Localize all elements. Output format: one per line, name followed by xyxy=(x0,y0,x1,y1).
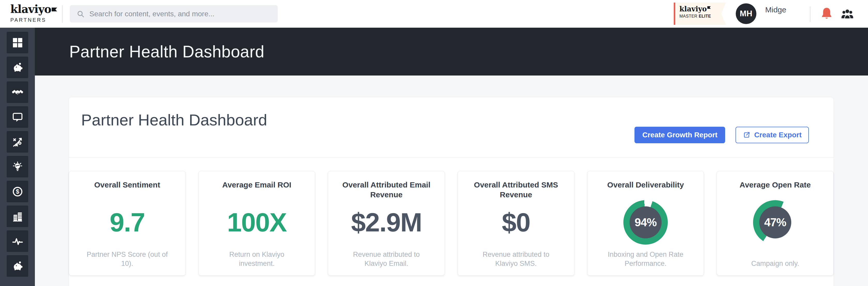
lightbulb-icon xyxy=(11,161,24,173)
metric-value: 9.7 xyxy=(69,207,185,238)
sidebar-item-ideas[interactable] xyxy=(7,156,28,177)
dashboard-title: Partner Health Dashboard xyxy=(81,111,267,129)
dashboard-hero: Partner Health Dashboard Create Growth R… xyxy=(69,97,834,158)
handshake-icon xyxy=(11,86,24,98)
master-elite-badge: klaviyo MASTER ELITE xyxy=(674,3,726,25)
donut-percent-label: 94% xyxy=(629,206,661,238)
topbar-divider-2 xyxy=(810,6,810,22)
metric-cards-row: Overall Sentiment 9.7 Partner NPS Score … xyxy=(69,171,834,276)
activity-pulse-icon xyxy=(11,235,24,247)
community-people-icon[interactable] xyxy=(840,7,855,21)
metric-card-attributed-email-revenue: Overall Attributed Email Revenue $2.9M R… xyxy=(328,171,445,276)
piggy-bank-icon xyxy=(11,260,24,272)
metric-card-overall-deliverability: Overall Deliverability 94% Inboxing and … xyxy=(587,171,704,276)
badge-accent-bar xyxy=(674,3,675,25)
notifications-bell-icon[interactable] xyxy=(819,6,834,22)
sidebar-item-accounts[interactable] xyxy=(7,206,28,227)
content-panel: Partner Health Dashboard Create Growth R… xyxy=(68,97,834,286)
metric-description: Campaign only. xyxy=(717,259,833,268)
metric-title: Overall Deliverability xyxy=(587,180,704,190)
partner-health-dashboard-page: klaviyo PARTNERS Search for content, eve… xyxy=(0,0,868,286)
metric-title: Overall Sentiment xyxy=(69,180,185,190)
search-icon xyxy=(76,10,85,18)
sidebar-item-savings[interactable] xyxy=(7,255,28,277)
hero-actions: Create Growth Report Create Export xyxy=(634,127,809,143)
open-rate-donut-chart: 47% xyxy=(753,200,798,245)
metric-title: Average Open Rate xyxy=(717,180,833,190)
partners-label: PARTNERS xyxy=(10,17,57,23)
sidebar-nav: $ xyxy=(0,28,35,286)
sidebar-item-strategy[interactable] xyxy=(7,131,28,152)
sidebar-item-dashboard[interactable] xyxy=(7,32,28,53)
metric-description: Return on Klaviyo investment. xyxy=(199,250,315,268)
avatar[interactable]: MH xyxy=(736,3,756,24)
svg-text:$: $ xyxy=(16,188,19,195)
metric-description: Revenue attributed to Klaviyo Email. xyxy=(328,250,444,268)
badge-tier-label: MASTER ELITE xyxy=(679,14,726,19)
create-export-button[interactable]: Create Export xyxy=(736,127,809,143)
export-icon xyxy=(743,131,750,139)
metric-value: $2.9M xyxy=(328,207,444,238)
dollar-circle-icon: $ xyxy=(11,186,24,198)
sidebar-item-partnership[interactable] xyxy=(7,82,28,103)
create-growth-report-button[interactable]: Create Growth Report xyxy=(634,127,725,143)
badge-tier-prefix: MASTER xyxy=(679,14,698,18)
piggy-bank-icon xyxy=(11,61,24,74)
page-title: Partner Health Dashboard xyxy=(69,42,265,61)
metric-title: Overall Attributed SMS Revenue xyxy=(458,180,574,200)
metric-title: Overall Attributed Email Revenue xyxy=(328,180,444,200)
sidebar-item-activity[interactable] xyxy=(7,230,28,252)
top-bar: klaviyo PARTNERS Search for content, eve… xyxy=(0,0,868,28)
klaviyo-flag-icon xyxy=(52,7,57,11)
donut-percent-label: 47% xyxy=(759,206,791,238)
metric-card-attributed-sms-revenue: Overall Attributed SMS Revenue $0 Revenu… xyxy=(458,171,575,276)
badge-tier-name: ELITE xyxy=(699,14,711,18)
metric-value: $0 xyxy=(458,207,574,238)
chat-bubble-icon xyxy=(11,111,24,123)
metric-card-average-open-rate: Average Open Rate 47% Campaign only. xyxy=(717,171,834,276)
klaviyo-partners-logo[interactable]: klaviyo PARTNERS xyxy=(10,4,57,23)
buildings-icon xyxy=(11,210,24,222)
metric-card-average-email-roi: Average Email ROI 100X Return on Klaviyo… xyxy=(198,171,315,276)
page-header: Partner Health Dashboard xyxy=(0,28,868,76)
badge-flag-icon xyxy=(707,6,711,9)
user-menu[interactable]: MH Midge xyxy=(736,3,786,24)
search-input[interactable]: Search for content, events, and more... xyxy=(70,5,278,23)
sidebar-item-revenue[interactable]: $ xyxy=(7,181,28,202)
deliverability-donut-chart: 94% xyxy=(623,200,668,245)
metric-card-overall-sentiment: Overall Sentiment 9.7 Partner NPS Score … xyxy=(69,171,186,276)
metric-description: Inboxing and Open Rate Performance. xyxy=(587,250,704,268)
klaviyo-wordmark: klaviyo xyxy=(10,3,51,16)
metric-description: Partner NPS Score (out of 10). xyxy=(69,250,185,268)
metric-description: Revenue attributed to Klaviyo SMS. xyxy=(458,250,574,268)
user-name: Midge xyxy=(765,5,786,14)
sidebar-item-piggy-bank[interactable] xyxy=(7,57,28,78)
strategy-playbook-icon xyxy=(11,136,24,148)
create-export-label: Create Export xyxy=(754,131,802,139)
metric-value: 100X xyxy=(199,207,315,238)
sidebar-item-messages[interactable] xyxy=(7,106,28,128)
topbar-divider xyxy=(62,5,63,23)
search-placeholder: Search for content, events, and more... xyxy=(89,10,214,18)
metric-title: Average Email ROI xyxy=(199,180,315,190)
badge-klaviyo-wordmark: klaviyo xyxy=(679,5,707,13)
dashboard-grid-icon xyxy=(11,37,24,49)
